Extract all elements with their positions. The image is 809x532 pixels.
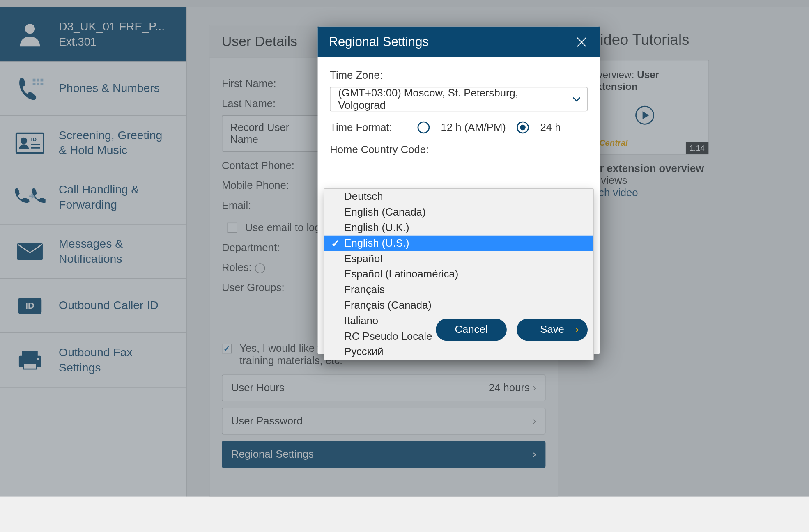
language-option[interactable]: Русский [324, 344, 593, 360]
close-icon[interactable] [575, 34, 589, 49]
time-format-12-label: 12 h (AM/PM) [441, 122, 506, 134]
modal-header: Regional Settings [318, 27, 600, 57]
modal-title: Regional Settings [329, 34, 429, 49]
time-format-label: Time Format: [330, 122, 392, 134]
language-option[interactable]: Español (Latinoamérica) [324, 266, 593, 282]
time-zone-value: (GMT+03:00) Moscow, St. Petersburg, Volg… [331, 87, 565, 111]
cancel-button[interactable]: Cancel [436, 319, 507, 341]
language-option[interactable]: English (U.S.) [324, 236, 593, 251]
language-option[interactable]: Français (Canada) [324, 298, 593, 313]
time-format-24-radio[interactable] [517, 122, 529, 134]
time-format-24-label: 24 h [540, 122, 561, 134]
language-option[interactable]: Français [324, 282, 593, 298]
time-zone-select[interactable]: (GMT+03:00) Moscow, St. Petersburg, Volg… [330, 87, 588, 111]
chevron-right-icon: › [575, 323, 579, 336]
chevron-down-icon [565, 87, 587, 111]
time-zone-label: Time Zone: [330, 69, 588, 82]
time-format-12-radio[interactable] [418, 122, 430, 134]
language-option[interactable]: English (Canada) [324, 204, 593, 220]
save-button[interactable]: Save› [517, 319, 588, 341]
language-option[interactable]: Deutsch [324, 189, 593, 204]
language-option[interactable]: English (U.K.) [324, 220, 593, 236]
regional-settings-modal: Regional Settings Time Zone: (GMT+03:00)… [318, 27, 600, 354]
home-country-label: Home Country Code: [330, 144, 588, 156]
language-option[interactable]: Español [324, 251, 593, 267]
